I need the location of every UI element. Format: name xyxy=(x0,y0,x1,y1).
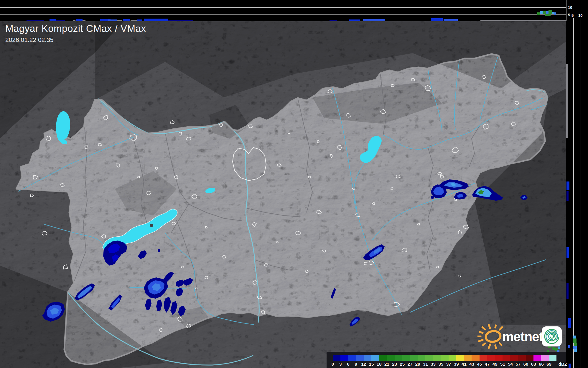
dbz-tick-label: 37 xyxy=(446,362,451,367)
dbz-tick-label: 51 xyxy=(500,362,505,367)
profile-echo-segment xyxy=(540,11,543,14)
echo-polygon xyxy=(158,249,160,252)
dbz-swatch-39 xyxy=(456,355,464,361)
dbz-unit-label: dBZ xyxy=(559,362,567,367)
sun-ray xyxy=(479,340,483,341)
profile-echo-segment xyxy=(56,20,65,21)
profile-echo-segment xyxy=(573,346,577,349)
profile-echo-segment xyxy=(431,18,443,21)
logo-text: metnet xyxy=(502,329,543,344)
profile-echo-segment xyxy=(73,20,75,21)
profile-echo-segment xyxy=(144,19,168,21)
dbz-tick-label: 41 xyxy=(462,362,467,367)
profile-echo-segment xyxy=(568,318,571,328)
right-profile-panel xyxy=(566,0,588,368)
dbz-swatch-60 xyxy=(526,355,533,361)
profile-echo-segment xyxy=(363,19,385,21)
page-title: Magyar Kompozit CMax / VMax xyxy=(5,23,146,34)
dbz-swatch-15 xyxy=(371,355,379,361)
sun-ray xyxy=(495,325,496,328)
dbz-swatch-66 xyxy=(541,355,549,361)
dbz-tick-label: 9 xyxy=(355,362,357,367)
profile-echo-segment xyxy=(566,64,568,138)
sun-ray xyxy=(489,344,490,348)
top-axis-5km-label: 5 xyxy=(568,13,570,17)
dbz-colorbar: 0369121518212325272931333537394143454749… xyxy=(327,352,566,368)
dbz-tick-label: 63 xyxy=(531,362,536,367)
dbz-tick-label: 15 xyxy=(369,362,374,367)
dbz-tick-label: 60 xyxy=(523,362,528,367)
right-axis-10km-label: 10 xyxy=(578,13,582,18)
profile-echo-segment xyxy=(554,12,556,15)
dbz-tick-label: 3 xyxy=(339,362,342,367)
dbz-swatch-43 xyxy=(472,355,479,361)
top-axis-10km-label: 10 xyxy=(568,5,572,10)
profile-echo-segment xyxy=(27,20,44,21)
dbz-tick-label: 29 xyxy=(415,362,420,367)
dbz-swatch-31 xyxy=(425,355,433,361)
profile-echo-segment xyxy=(574,349,577,352)
profile-echo-segment xyxy=(108,19,117,21)
dbz-swatch-49 xyxy=(495,355,503,361)
profile-echo-segment xyxy=(123,19,130,21)
metnet-logo: metnet xyxy=(477,322,566,351)
radar-map-svg: 10 5 5 10 xyxy=(0,0,588,368)
dbz-tick-label: 35 xyxy=(438,362,443,367)
spiral-app-icon xyxy=(542,326,562,346)
sun-ray xyxy=(495,345,496,348)
dbz-tick-label: 49 xyxy=(493,362,498,367)
tihany-peninsula xyxy=(150,224,153,227)
sun-ray xyxy=(480,332,483,333)
dbz-swatch-33 xyxy=(433,355,441,361)
profile-echo-segment xyxy=(50,19,56,21)
profile-echo-segment xyxy=(569,364,571,368)
dbz-swatch-0 xyxy=(333,355,340,361)
profile-echo-segment xyxy=(76,19,83,21)
dbz-swatch-63 xyxy=(533,355,541,361)
profile-echo-segment xyxy=(444,19,458,21)
dbz-tick-label: 47 xyxy=(485,362,490,367)
dbz-swatch-12 xyxy=(364,355,371,361)
dbz-tick-label: 33 xyxy=(431,362,436,367)
dbz-tick-label: 66 xyxy=(539,362,544,367)
sun-ray xyxy=(500,343,501,345)
profile-echo-segment xyxy=(330,20,337,21)
dbz-swatch-25 xyxy=(402,355,410,361)
dbz-tick-label: 12 xyxy=(361,362,366,367)
profile-echo-segment xyxy=(574,343,577,346)
dbz-tick-label: 31 xyxy=(423,362,428,367)
profile-echo-segment xyxy=(573,336,576,338)
sun-ray xyxy=(483,343,485,345)
dbz-swatch-23 xyxy=(395,355,402,361)
dbz-tick-label: 23 xyxy=(392,362,397,367)
dbz-swatch-21 xyxy=(387,355,394,361)
dbz-swatch-35 xyxy=(441,355,449,361)
dbz-swatch-54 xyxy=(510,355,518,361)
profile-echo-segment xyxy=(83,20,85,21)
profile-echo-segment xyxy=(573,338,577,343)
dbz-swatch-45 xyxy=(480,355,487,361)
profile-echo-segment xyxy=(168,20,193,21)
profile-echo-segment xyxy=(552,12,554,14)
profile-echo-segment xyxy=(537,12,540,15)
dbz-swatch-41 xyxy=(464,355,472,361)
dbz-swatches xyxy=(333,355,556,361)
dbz-swatch-6 xyxy=(348,355,356,361)
dbz-tick-label: 6 xyxy=(347,362,349,367)
dbz-swatch-37 xyxy=(449,355,456,361)
sun-ray xyxy=(482,327,485,330)
dbz-swatch-18 xyxy=(379,355,387,361)
dbz-swatch-57 xyxy=(518,355,526,361)
radar-composite-screen: 10 5 5 10 Magyar Kompozit CMax / VMax 20… xyxy=(0,0,588,368)
profile-echo-segment xyxy=(543,11,546,14)
dbz-tick-label: 57 xyxy=(515,362,521,367)
sun-ray xyxy=(500,327,502,330)
dbz-swatch-3 xyxy=(340,355,348,361)
profile-echo-segment xyxy=(480,20,566,21)
sun-ray xyxy=(489,325,490,328)
dbz-tick-label: 69 xyxy=(546,362,551,367)
profile-echo-segment xyxy=(566,181,569,190)
dbz-tick-label: 39 xyxy=(454,362,459,367)
sun-icon xyxy=(477,325,502,349)
dbz-tick-label: 21 xyxy=(384,362,389,367)
